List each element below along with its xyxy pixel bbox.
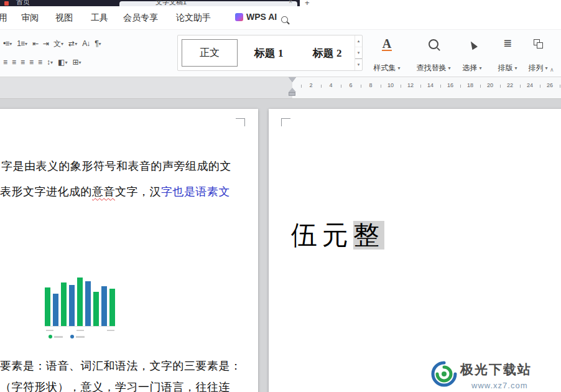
gallery-more-button[interactable]: ▾	[355, 58, 362, 70]
first-line-indent-marker[interactable]	[289, 77, 296, 82]
distribute-button[interactable]: ≡	[36, 55, 44, 69]
select-cursor-icon	[466, 37, 478, 50]
paragraph-toolbar-row-2: ≡ ≡ ≡ ≡ ≡ ↕▾ ◧▾ ⊞▾	[1, 55, 83, 69]
chevron-down-icon: ▾	[514, 65, 517, 71]
chart-legend-item-1	[49, 335, 63, 338]
margin-mark-left-page	[236, 118, 245, 126]
cjk-layout-button[interactable]: 文▾	[52, 37, 65, 50]
legend-label	[76, 336, 85, 338]
document-tab-label: 文字文稿1	[155, 0, 187, 6]
heading-text[interactable]: 伍元整	[291, 218, 384, 253]
page-left[interactable]	[0, 109, 258, 392]
style-gallery-items: 正文 标题 1 标题 2	[178, 35, 355, 70]
wps-logo-icon	[4, 1, 9, 6]
cjk-layout-icon: 文	[53, 39, 60, 49]
embedded-chart[interactable]	[39, 274, 124, 340]
find-replace-label: 查找替换	[416, 63, 446, 73]
align-left-button[interactable]: ≡	[1, 55, 9, 69]
left-indent-marker[interactable]	[289, 92, 295, 96]
tab-strip: 首页 文字文稿1 ×	[0, 0, 300, 6]
bullet-list-icon: •≡	[3, 39, 9, 48]
watermark-site-name: 极光下载站	[460, 361, 532, 378]
legend-label	[54, 336, 63, 338]
jiguang-logo-icon	[431, 361, 457, 387]
borders-icon: ⊞	[72, 58, 78, 67]
hyperlink-text[interactable]: 字也是语素文	[161, 185, 230, 198]
line-spacing-button[interactable]: ↕▾	[45, 55, 55, 69]
chevron-down-icon: ▾	[50, 60, 53, 65]
watermark-text: 极光下载站 www.xz7.com	[460, 361, 532, 390]
chevron-down-icon: ▾	[65, 60, 67, 65]
new-tab-button[interactable]: +	[305, 0, 310, 6]
ruler: 2468101214161820222426	[0, 77, 561, 99]
select-button[interactable]: 选择▾	[455, 34, 489, 77]
hanging-indent-marker[interactable]	[289, 88, 296, 92]
paragraph-toolbar-row-1: •≡▾ 1≡▾ ⇤ ⇥ 文▾ ⇄▾ A↓ ¶▾	[1, 37, 103, 50]
menu-item-wps-ai[interactable]: WPS AI	[235, 12, 277, 22]
menu-item-view[interactable]: 视图	[55, 12, 73, 24]
watermark-site-url: www.xz7.com	[460, 381, 532, 390]
document-tab[interactable]: 文字文稿1 ×	[119, 1, 297, 6]
gallery-scroll-up-button[interactable]: ▴	[355, 35, 362, 47]
style-set-label: 样式集	[373, 63, 396, 73]
sort-button[interactable]: A↓	[80, 37, 91, 50]
search-icon	[281, 16, 288, 23]
style-heading-1[interactable]: 标题 1	[241, 40, 296, 66]
align-center-icon: ≡	[12, 58, 16, 67]
layout-button[interactable]: ≣ 排版▾	[492, 34, 523, 77]
text-direction-button[interactable]: ⇄▾	[67, 37, 79, 50]
numbered-list-icon: 1≡	[17, 39, 24, 48]
chart-x-labels	[46, 330, 114, 331]
align-center-button[interactable]: ≡	[10, 55, 17, 69]
menu-item-member[interactable]: 会员专享	[123, 12, 158, 24]
style-normal[interactable]: 正文	[182, 39, 238, 67]
text-line-1[interactable]: 字是由表义的象形符号和表音的声旁组成的文	[1, 159, 231, 173]
collapse-ribbon-button[interactable]: ∧	[550, 67, 554, 73]
menu-item-references[interactable]: 引用	[0, 12, 7, 24]
chevron-down-icon: ▾	[479, 65, 481, 71]
menu-item-paper-assistant[interactable]: 论文助手	[176, 12, 211, 24]
chart-legend	[49, 335, 85, 338]
text-line-3[interactable]: 要素是：语音、词汇和语法，文字的三要素是：	[0, 359, 242, 373]
bullet-list-button[interactable]: •≡▾	[1, 37, 14, 50]
text-line-2[interactable]: 表形文字进化成的意音文字，汉字也是语素文	[0, 185, 230, 198]
arrange-button[interactable]: 排列▾	[522, 34, 554, 77]
legend-dot-green	[49, 335, 52, 338]
paragraph-mark-button[interactable]: ¶▾	[93, 37, 103, 50]
select-label: 选择	[462, 63, 477, 73]
justify-button[interactable]: ≡	[27, 55, 35, 69]
text-line-2-mid: 文字，汉	[115, 185, 161, 198]
line-spacing-icon: ↕	[47, 58, 50, 67]
style-set-button[interactable]: A 样式集▾	[368, 34, 406, 77]
legend-dot-blue	[70, 335, 74, 338]
chevron-down-icon: ▾	[75, 41, 77, 47]
style-heading-2[interactable]: 标题 2	[300, 40, 355, 66]
decrease-indent-button[interactable]: ⇤	[30, 37, 40, 50]
find-replace-button[interactable]: 查找替换▾	[410, 34, 457, 77]
gallery-scroll-down-button[interactable]: ▾	[355, 47, 362, 59]
increase-indent-button[interactable]: ⇥	[41, 37, 50, 50]
numbered-list-button[interactable]: 1≡▾	[15, 37, 29, 50]
site-watermark: 极光下载站 www.xz7.com	[431, 361, 532, 390]
close-icon[interactable]: ×	[289, 0, 292, 5]
borders-button[interactable]: ⊞▾	[70, 55, 83, 69]
chevron-down-icon: ▾	[25, 41, 27, 47]
justify-icon: ≡	[29, 58, 33, 67]
chart-x-label	[76, 330, 84, 331]
search-button[interactable]	[281, 14, 291, 24]
chevron-down-icon: ▾	[9, 41, 12, 47]
menu-item-tools[interactable]: 工具	[91, 12, 108, 24]
ribbon: •≡▾ 1≡▾ ⇤ ⇥ 文▾ ⇄▾ A↓ ¶▾ ≡ ≡ ≡ ≡ ≡ ↕▾ ◧▾ …	[0, 29, 561, 77]
shading-button[interactable]: ◧▾	[56, 55, 69, 69]
align-right-icon: ≡	[21, 58, 24, 67]
chevron-down-icon: ▾	[545, 65, 547, 71]
title-bar: 首页 文字文稿1 × +	[0, 0, 561, 6]
text-line-4[interactable]: （字符形状），意义，学习一门语言，往往连	[0, 380, 230, 392]
home-tab[interactable]: 首页	[16, 0, 30, 6]
selected-character[interactable]: 整	[353, 221, 384, 250]
menu-item-review[interactable]: 审阅	[21, 12, 39, 24]
align-right-button[interactable]: ≡	[19, 55, 26, 69]
wps-ai-icon	[235, 13, 243, 21]
text-line-2-pre: 表形文字进化成的	[0, 185, 92, 198]
style-set-icon: A	[382, 37, 391, 50]
